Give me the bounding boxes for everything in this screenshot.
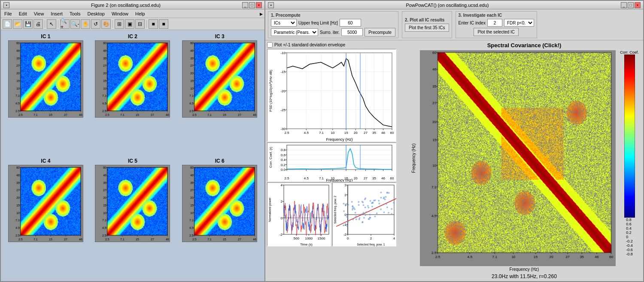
ic1-label: IC 1 [41,33,50,39]
precompute-title: 1. Precompute [271,13,395,18]
tb-sep3 [112,20,113,28]
investigate-row2: Plot the selected IC [459,28,534,36]
menu-file[interactable]: File [3,11,14,17]
plot-first-35-btn[interactable]: Plot the first 35 ICs [405,24,449,32]
tb-new[interactable]: 📄 [3,19,12,29]
method-dropdown[interactable]: Parametric (Pears... [271,28,318,36]
left-titlebar: ▪ Figure 2 (on oscillating.ucsd.edu) _ □… [1,1,264,9]
ic4-plot[interactable] [8,165,83,242]
control-bar: 1. Precompute ICs Upper freq Limit [Hz] … [265,9,643,40]
status-row: 23.0Hz with 11.5Hz, r=0.260 [407,273,641,279]
tb-save[interactable]: 💾 [23,19,33,29]
right-minimize-btn[interactable]: _ [621,2,627,8]
colorbar-ticks: 0.8 0.6 0.4 0.2 0 -0.2 -0.4 -0.6 -0.8 [626,218,633,256]
right-window-title: PowPowCAT() (on oscillating.ucsd.edu) [274,3,621,8]
menu-desktop[interactable]: Desktop [86,11,106,17]
menu-tools[interactable]: Tools [68,11,82,17]
freq-limit-input[interactable] [340,19,361,27]
tb-square2[interactable]: ■ [159,19,168,29]
menu-window[interactable]: Window [110,11,130,17]
tb-square1[interactable]: ■ [149,19,158,29]
left-close-btn[interactable]: × [256,2,262,8]
menu-insert[interactable]: Insert [49,11,64,17]
right-close-btn[interactable]: × [635,2,641,8]
menu-extra[interactable]: ▸ [260,10,263,17]
tb-rotate[interactable]: ↺ [91,19,100,29]
psd-plot[interactable] [267,49,396,141]
ic-index-input[interactable] [487,19,502,27]
spectral-y-label: Frequency (Hz) [411,143,416,173]
tb-zoom-out[interactable]: 🔍- [70,19,80,29]
spectral-panel: Spectral Covariance (Click!) Frequency (… [407,42,641,279]
tb-layout2[interactable]: ⊟ [135,19,145,29]
tb-insert-plot[interactable]: ⊞ [115,19,124,29]
ic3-plot[interactable] [182,40,257,118]
precompute-btn[interactable]: Precompute [365,28,395,36]
precompute-row1: ICs Upper freq Limit [Hz] [271,19,395,27]
tb-open[interactable]: 📂 [13,19,22,29]
time-plot[interactable] [267,182,331,246]
right-titlebar: ▪ PowPowCAT() (on oscillating.ucsd.edu) … [265,1,643,9]
left-minimize-btn[interactable]: _ [242,2,248,8]
ic5-label: IC 5 [128,158,137,164]
cb-tick-n08: -0.8 [626,252,633,256]
ic-panel-3: IC 3 [178,33,261,154]
freq-limit-label: Upper freq Limit [Hz] [298,21,338,25]
ic3-label: IC 3 [215,33,225,39]
right-maximize-btn[interactable]: □ [628,2,634,8]
cb-tick-02: 0.2 [626,230,633,235]
left-window: ▪ Figure 2 (on oscillating.ucsd.edu) _ □… [0,0,265,282]
scatter-plot[interactable] [332,182,396,246]
toolbar: 📄 📂 💾 🖨 ↖ 🔍+ 🔍- ✋ ↺ 🎨 ⊞ ▣ ⊟ ■ ■ [1,18,264,30]
envelope-check-row: Plot +/-1 standard deviation envelope [267,42,404,48]
right-win-icon: ▪ [268,2,274,8]
fdr-dropdown[interactable]: FDR p<0... [504,19,534,27]
ic-panel-6: IC 6 [178,158,261,278]
left-menu-bar: File Edit View Insert Tools Desktop Wind… [1,9,264,18]
plot-selected-ic-btn[interactable]: Plot the selected IC [474,28,519,36]
left-maximize-btn[interactable]: □ [249,2,255,8]
main-content: Plot +/-1 standard deviation envelope [265,40,643,281]
spectral-x-label: Frequency (Hz) [510,267,539,272]
surro-input[interactable] [341,28,363,36]
left-win-icon: ▪ [3,2,9,8]
cb-tick-0: 0 [626,235,633,239]
menu-edit[interactable]: Edit [17,11,29,17]
cb-tick-n06: -0.6 [626,248,633,252]
ics-dropdown[interactable]: ICs [271,19,297,27]
envelope-checkbox[interactable] [267,42,273,48]
section-plot-all: 2. Plot all IC results Plot the first 35… [402,11,452,38]
tb-layout1[interactable]: ▣ [125,19,134,29]
ic2-plot[interactable] [95,40,170,118]
menu-help[interactable]: Help [134,11,147,17]
colorbar-label: Corr. Coef. [620,50,639,55]
status-text: 23.0Hz with 11.5Hz, r=0.260 [492,273,557,279]
tb-sep1 [45,20,45,28]
tb-arrow[interactable]: ↖ [47,19,56,29]
spectral-title: Spectral Covariance (Click!) [407,42,641,49]
spectral-plot-container[interactable] [420,50,616,266]
spectral-row: Frequency (Hz) Corr. Coef. 0.8 0.6 0.4 0… [407,50,641,266]
tb-zoom-in[interactable]: 🔍+ [60,19,70,29]
tb-print[interactable]: 🖨 [33,19,43,29]
ic-panel-5: IC 5 [91,158,174,278]
menu-view[interactable]: View [32,11,46,17]
bottom-plots-row [267,182,404,246]
ic6-plot[interactable] [182,165,257,242]
tb-pan[interactable]: ✋ [81,19,90,29]
ic-grid: IC 1 IC 2 IC 3 IC 4 IC 5 [1,30,264,281]
spectral-x-axis: Frequency (Hz) [407,267,641,272]
left-window-title: Figure 2 (on oscillating.ucsd.edu) [9,3,242,8]
envelope-label: Plot +/-1 standard deviation envelope [274,42,345,47]
enter-ic-label: Enter IC index [459,21,486,25]
ic5-plot[interactable] [95,165,170,242]
tb-color[interactable]: 🎨 [101,19,111,29]
corr-plot[interactable] [267,143,396,181]
ic1-plot[interactable] [8,40,83,118]
tb-sep2 [58,20,58,28]
ic-panel-1: IC 1 [4,33,87,154]
plot-all-title: 2. Plot all IC results [405,18,449,22]
spectral-y-axis: Frequency (Hz) [407,50,420,266]
cb-tick-04: 0.4 [626,226,633,230]
cb-tick-n02: -0.2 [626,239,633,243]
